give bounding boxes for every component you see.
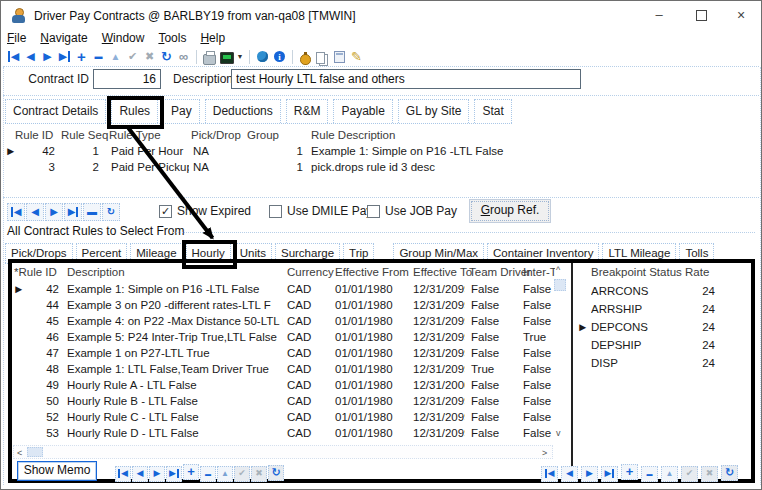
scroll-up-icon[interactable]: ^ (556, 266, 560, 275)
last-record-button[interactable]: ▶ (64, 203, 82, 221)
scrollbar-thumb[interactable] (554, 279, 566, 291)
cell: Hourly Rule D - LTL False (65, 425, 283, 441)
binoculars-icon[interactable]: ∞ (175, 48, 192, 65)
accept-record-button[interactable]: ✔ (681, 466, 698, 482)
table-row[interactable]: 45Example 4: on P22 -Max Distance 50-LTL… (13, 313, 553, 329)
checkbox-icon[interactable] (367, 205, 380, 218)
checkbox-icon[interactable] (269, 205, 282, 218)
last-record-button[interactable]: ▶ (166, 466, 182, 482)
menu-item-tools[interactable]: Tools (158, 31, 186, 45)
tab-stat[interactable]: Stat (474, 99, 511, 123)
accept-record-button[interactable]: ✔ (234, 466, 250, 482)
table-row[interactable]: 48Example 1: LTL False,Team Driver TrueC… (13, 361, 553, 377)
table-row[interactable]: 53Hourly Rule D - LTL FalseCAD01/01/1980… (13, 425, 553, 441)
menu-item-file[interactable]: File (7, 31, 26, 45)
table-row[interactable]: ►DEPCONS24 (577, 318, 717, 336)
cancel-icon[interactable]: ✖ (141, 48, 158, 65)
first-record-button[interactable]: ◀ (7, 203, 25, 221)
menu-item-navigate[interactable]: Navigate (40, 31, 87, 45)
prev-record-button[interactable]: ◀ (26, 203, 44, 221)
table-row[interactable]: ARRSHIP24 (577, 300, 717, 318)
first-record-icon[interactable]: ◀ (5, 48, 22, 65)
tab-pay[interactable]: Pay (163, 99, 200, 123)
contract-id-field[interactable] (93, 69, 161, 89)
menu-item-window[interactable]: Window (102, 31, 145, 45)
refresh-icon[interactable]: ↻ (158, 48, 175, 65)
table-row[interactable]: DISP24 (577, 354, 717, 372)
add-record-button[interactable]: + (183, 464, 199, 480)
refresh-record-button[interactable]: ↻ (268, 465, 284, 481)
table-row[interactable]: 47Example 1 on P27-LTL TrueCAD01/01/1980… (13, 345, 553, 361)
tab-gl-by-site[interactable]: GL by Site (398, 99, 470, 123)
next-record-button[interactable]: ▶ (45, 203, 63, 221)
web-icon[interactable] (254, 48, 271, 65)
next-record-button[interactable]: ▶ (581, 466, 598, 482)
menu-item-help[interactable]: Help (200, 31, 225, 45)
first-record-button[interactable]: ◀ (541, 466, 558, 482)
checkbox-icon[interactable] (159, 205, 172, 218)
save-icon[interactable]: ✔ (124, 48, 141, 65)
scrollbar-thumb[interactable] (27, 447, 43, 457)
delete-record-button[interactable]: ▬ (641, 466, 658, 482)
refresh-record-button[interactable]: ↻ (102, 203, 120, 221)
cancel-record-button[interactable]: ✖ (701, 466, 718, 482)
add-record-icon[interactable]: + (73, 48, 90, 65)
delete-record-button[interactable]: ▬ (83, 203, 101, 221)
table-row[interactable]: 46Example 5: P24 Inter-Trip True,LTL Fal… (13, 329, 553, 345)
info-icon[interactable] (271, 48, 288, 65)
tab-payable[interactable]: Payable (333, 99, 392, 123)
table-row[interactable]: ►421Paid Per HourNA1Example 1: Simple on… (5, 143, 551, 159)
scroll-right-icon[interactable]: > (542, 449, 547, 458)
table-row[interactable]: DEPSHIP24 (577, 336, 717, 354)
use-dmile-pay-checkbox[interactable]: Use DMILE Pay (269, 204, 372, 218)
refresh-record-button[interactable]: ↻ (721, 465, 738, 481)
use-job-pay-checkbox[interactable]: Use JOB Pay (367, 204, 457, 218)
add-record-button[interactable]: + (621, 464, 638, 480)
delete-record-icon[interactable]: ▬ (90, 48, 107, 65)
selected-row-icon: ► (577, 318, 591, 336)
dropdown-arrow-icon[interactable]: ▼ (235, 48, 245, 65)
first-record-button[interactable]: ◀ (115, 466, 131, 482)
last-record-button[interactable]: ▶ (601, 466, 618, 482)
maximize-button[interactable] (688, 3, 714, 27)
show-expired-checkbox[interactable]: Show Expired (159, 204, 251, 218)
show-memo-button[interactable]: Show Memo (17, 461, 97, 481)
cell: NA (189, 159, 245, 175)
horizontal-scrollbar[interactable]: < > (13, 445, 553, 459)
print-icon[interactable] (201, 48, 218, 65)
group-ref-button[interactable]: Group Ref. (469, 199, 551, 223)
table-row[interactable]: ►42Example 1: Simple on P16 -LTL FalseCA… (13, 281, 553, 297)
copy-icon[interactable] (314, 48, 331, 65)
description-field[interactable] (231, 69, 581, 89)
money-bag-icon[interactable] (297, 48, 314, 65)
tab-deductions[interactable]: Deductions (205, 99, 281, 123)
prev-record-button[interactable]: ◀ (561, 466, 578, 482)
move-up-icon[interactable]: ▲ (107, 48, 124, 65)
delete-record-button[interactable]: ▬ (200, 466, 216, 482)
table-row[interactable]: ARRCONS24 (577, 282, 717, 300)
table-row[interactable]: 44Example 3 on P20 -different rates-LTL … (13, 297, 553, 313)
minimize-button[interactable]: – (646, 3, 672, 27)
row-indicator (577, 354, 591, 372)
up-record-button[interactable]: ▲ (661, 466, 678, 482)
tab-r-m[interactable]: R&M (286, 99, 329, 123)
table-row[interactable]: 49Hourly Rule A - LTL FalseCAD01/01/1980… (13, 377, 553, 393)
next-record-button[interactable]: ▶ (149, 466, 165, 482)
report-icon[interactable] (331, 48, 348, 65)
edit-memo-icon[interactable]: ✎ (348, 48, 365, 65)
next-record-icon[interactable]: ▶ (39, 48, 56, 65)
table-row[interactable]: 32Paid Per Pickup,NA1pick.drops rule id … (5, 159, 551, 175)
close-button[interactable]: × (728, 3, 754, 27)
tab-rules[interactable]: Rules (111, 99, 158, 123)
scroll-left-icon[interactable]: < (17, 449, 22, 458)
up-record-button[interactable]: ▲ (217, 466, 233, 482)
tab-contract-details[interactable]: Contract Details (5, 99, 106, 123)
last-record-icon[interactable]: ▶ (56, 48, 73, 65)
terminal-icon[interactable] (218, 48, 235, 65)
scroll-down-icon[interactable]: v (556, 429, 561, 438)
table-row[interactable]: 50Hourly Rule B - LTL FalseCAD01/01/1980… (13, 393, 553, 409)
cancel-record-button[interactable]: ✖ (251, 466, 267, 482)
prev-record-button[interactable]: ◀ (132, 466, 148, 482)
table-row[interactable]: 52Hourly Rule C - LTL FalseCAD01/01/1980… (13, 409, 553, 425)
prev-record-icon[interactable]: ◀ (22, 48, 39, 65)
